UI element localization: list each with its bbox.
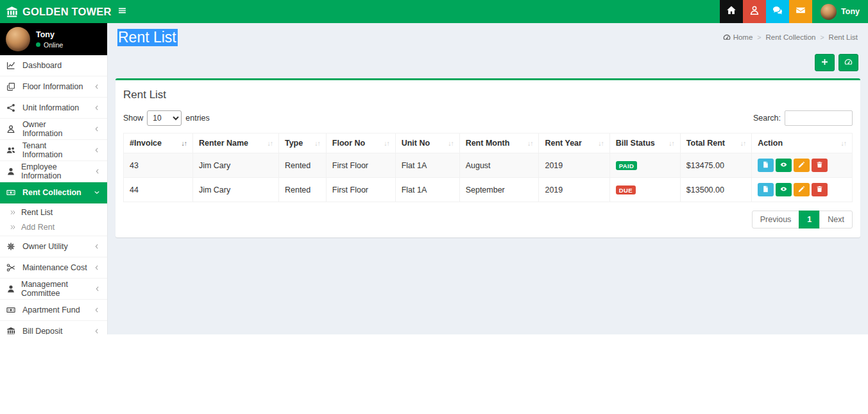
breadcrumb-label: Rent List: [829, 33, 858, 41]
column-header-rent-month[interactable]: Rent Month↓↑: [459, 134, 539, 153]
eye-icon: [780, 160, 787, 170]
edit-button[interactable]: [794, 159, 810, 172]
table-cell: Flat 1A: [395, 178, 459, 202]
delete-button[interactable]: [812, 159, 828, 172]
angle-left-icon: [94, 83, 101, 90]
view-button[interactable]: [776, 159, 792, 172]
angle-left-icon: [94, 264, 101, 271]
sidebar-item-tenant-information[interactable]: Tenant Information: [0, 140, 107, 161]
length-suffix-label: entries: [185, 114, 210, 123]
column-header-floor-no[interactable]: Floor No↓↑: [326, 134, 395, 153]
sidebar-item-label: Bill Deposit: [22, 327, 63, 334]
sort-icon: ↓↑: [841, 139, 847, 147]
topnav-home-button[interactable]: [720, 0, 743, 23]
table-cell: Rented: [278, 178, 326, 202]
sort-icon: ↓↑: [448, 139, 454, 147]
sort-icon: ↓↑: [740, 139, 746, 147]
invoice-button[interactable]: [758, 183, 774, 196]
sidebar-item-maintenance-cost[interactable]: Maintenance Cost: [0, 257, 107, 279]
breadcrumb-label: Rent Collection: [765, 33, 815, 41]
sidebar-item-owner-utility[interactable]: Owner Utility: [0, 236, 107, 257]
action-cell: [752, 178, 853, 202]
sidebar-item-bill-deposit[interactable]: Bill Deposit: [0, 321, 107, 334]
topnav-messages-button[interactable]: [766, 0, 789, 23]
sidebar-item-rent-collection[interactable]: Rent Collection: [0, 182, 107, 203]
sidebar-subitem-rent-list[interactable]: Rent List: [0, 205, 107, 220]
sidebar-subitem-label: Rent List: [21, 208, 53, 217]
table-header-row: #Invoice↓↑Renter Name↓↑Type↓↑Floor No↓↑U…: [124, 134, 853, 153]
status-badge: PAID: [616, 161, 638, 171]
sidebar-item-dashboard[interactable]: Dashboard: [0, 55, 107, 76]
sort-icon: ↓↑: [598, 139, 604, 147]
page-button-1[interactable]: 1: [799, 211, 820, 229]
column-header-invoice[interactable]: #Invoice↓↑: [124, 134, 193, 153]
user-icon: [749, 5, 760, 18]
sidebar-item-floor-information[interactable]: Floor Information: [0, 76, 107, 98]
action-cell: [752, 153, 853, 178]
angle-left-icon: [94, 243, 101, 250]
pencil-icon: [798, 160, 805, 170]
users-icon: [6, 146, 17, 155]
status-badge: DUE: [616, 185, 636, 195]
next-page-button[interactable]: Next: [819, 211, 853, 229]
copy-icon: [6, 82, 17, 91]
total-rent-cell: $13475.00: [680, 153, 751, 178]
trash-icon: [816, 160, 823, 170]
column-header-total-rent[interactable]: Total Rent↓↑: [680, 134, 751, 153]
user-menu[interactable]: Tony: [812, 0, 868, 23]
table-controls: Show 10 entries Search:: [123, 110, 853, 126]
search-input[interactable]: [785, 110, 853, 126]
plus-icon: [821, 58, 829, 68]
topnav-users-button[interactable]: [743, 0, 766, 23]
previous-page-button[interactable]: Previous: [752, 211, 800, 229]
sidebar-item-management-committee[interactable]: Management Committee: [0, 279, 107, 300]
invoice-button[interactable]: [758, 159, 774, 172]
breadcrumb-item-home[interactable]: Home: [723, 33, 753, 41]
delete-button[interactable]: [812, 183, 828, 196]
brand-name: GOLDEN TOWER: [22, 6, 112, 18]
view-button[interactable]: [776, 183, 792, 196]
sidebar-user-panel: Tony Online: [0, 23, 107, 55]
user-solid-icon: [6, 167, 15, 176]
column-header-label: Type: [285, 139, 303, 148]
dashboard-button[interactable]: [838, 54, 858, 71]
column-header-bill-status[interactable]: Bill Status↓↑: [609, 134, 680, 153]
column-header-renter-name[interactable]: Renter Name↓↑: [192, 134, 278, 153]
user-avatar: [6, 27, 30, 51]
tachometer-icon: [723, 33, 731, 41]
column-header-type[interactable]: Type↓↑: [278, 134, 326, 153]
sidebar-item-apartment-fund[interactable]: Apartment Fund: [0, 300, 107, 321]
table-body: 43Jim CaryRentedFirst FloorFlat 1AAugust…: [124, 153, 853, 202]
topnav-mail-button[interactable]: [789, 0, 812, 23]
column-header-rent-year[interactable]: Rent Year↓↑: [539, 134, 609, 153]
sidebar-toggle-button[interactable]: [108, 0, 136, 23]
table-cell: 2019: [539, 178, 609, 202]
main-content: Rent List HomeRent CollectionRent List R…: [108, 23, 868, 334]
breadcrumb-item-rent-collection[interactable]: Rent Collection: [753, 33, 815, 41]
column-header-label: Bill Status: [616, 139, 655, 148]
online-status-dot: [36, 42, 40, 47]
sort-icon: ↓↑: [668, 139, 674, 147]
table-cell: First Floor: [326, 153, 395, 178]
search-label: Search:: [753, 114, 781, 123]
navbar-right: Tony: [720, 0, 868, 23]
column-header-label: Unit No: [402, 139, 430, 148]
column-header-unit-no[interactable]: Unit No↓↑: [395, 134, 459, 153]
table-row: 44Jim CaryRentedFirst FloorFlat 1ASeptem…: [124, 178, 853, 202]
edit-button[interactable]: [794, 183, 810, 196]
sidebar-item-owner-information[interactable]: Owner Information: [0, 119, 107, 140]
angle-left-icon: [94, 307, 101, 313]
column-header-action[interactable]: Action↓↑: [752, 134, 853, 153]
sidebar: Tony Online DashboardFloor InformationUn…: [0, 23, 108, 334]
sidebar-item-unit-information[interactable]: Unit Information: [0, 98, 107, 119]
brand-logo[interactable]: GOLDEN TOWER: [0, 0, 108, 23]
page-title-selection: Rent List: [117, 29, 178, 46]
sidebar-item-employee-information[interactable]: Employee Information: [0, 161, 107, 182]
page-length-select[interactable]: 10: [147, 110, 182, 126]
sort-icon: ↓↑: [314, 139, 320, 147]
add-button[interactable]: [815, 54, 835, 71]
sidebar-subitem-add-rent[interactable]: Add Rent: [0, 220, 107, 234]
column-header-label: Floor No: [332, 139, 365, 148]
top-navbar: GOLDEN TOWER Tony: [0, 0, 868, 23]
sidebar-subitem-label: Add Rent: [21, 223, 55, 232]
